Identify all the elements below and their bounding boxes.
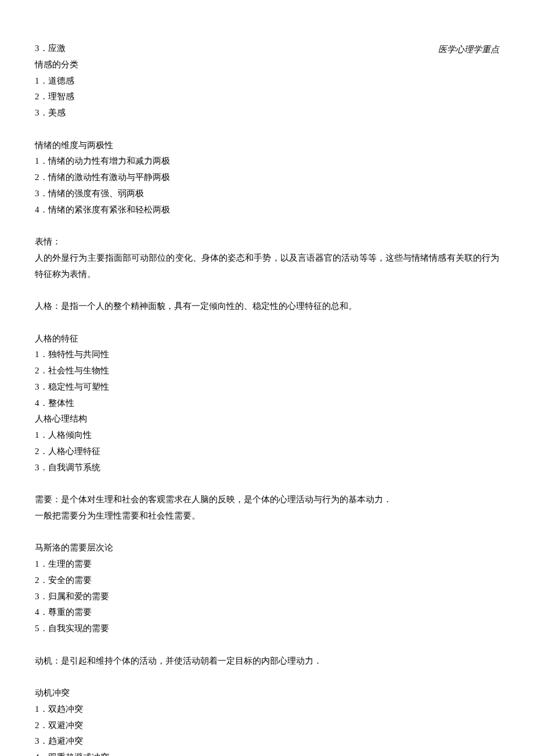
list-item: 3．归属和爱的需要 <box>35 589 499 605</box>
paragraph: 一般把需要分为生理性需要和社会性需要。 <box>35 508 499 524</box>
section-title: 情绪的维度与两极性 <box>35 138 499 154</box>
list-item: 1．双趋冲突 <box>35 701 499 718</box>
list-item: 2．安全的需要 <box>35 573 499 589</box>
section-title: 人格的特征 <box>35 331 499 347</box>
list-item: 2．社会性与生物性 <box>35 363 499 379</box>
list-item: 3．情绪的强度有强、弱两极 <box>35 186 499 202</box>
section-title: 动机冲突 <box>35 685 499 701</box>
list-item: 3．趋避冲突 <box>35 733 499 750</box>
list-item: 4．情绪的紧张度有紧张和轻松两极 <box>35 202 499 218</box>
list-item: 1．情绪的动力性有增力和减力两极 <box>35 153 499 170</box>
section-title: 人格心理结构 <box>35 411 499 427</box>
section-title: 表情： <box>35 234 499 250</box>
section-title: 情感的分类 <box>35 57 499 73</box>
paragraph: 动机：是引起和维持个体的活动，并使活动朝着一定目标的内部心理动力． <box>35 653 499 669</box>
list-item: 2．双避冲突 <box>35 718 499 734</box>
list-item: 2．理智感 <box>35 89 499 105</box>
list-item: 3．美感 <box>35 105 499 121</box>
paragraph: 人格：是指一个人的整个精神面貌，具有一定倾向性的、稳定性的心理特征的总和。 <box>35 298 499 315</box>
list-item: 3．自我调节系统 <box>35 460 499 476</box>
section-title: 马斯洛的需要层次论 <box>35 540 499 556</box>
list-item: 4．整体性 <box>35 395 499 412</box>
page-header: 医学心理学重点 <box>438 42 499 58</box>
list-item: 5．自我实现的需要 <box>35 621 499 637</box>
list-item: 1．生理的需要 <box>35 556 499 573</box>
list-item: 2．人格心理特征 <box>35 444 499 460</box>
document-body: 3．应激 情感的分类 1．道德感 2．理智感 3．美感 情绪的维度与两极性 1．… <box>35 41 499 756</box>
paragraph: 需要：是个体对生理和社会的客观需求在人脑的反映，是个体的心理活动与行为的基本动力… <box>35 492 499 508</box>
list-item: 3．稳定性与可塑性 <box>35 379 499 395</box>
list-item: 1．人格倾向性 <box>35 427 499 444</box>
list-item: 4．尊重的需要 <box>35 604 499 621</box>
list-item: 4．双重趋避式冲突 <box>35 750 499 756</box>
text-line: 3．应激 <box>35 41 499 57</box>
list-item: 1．道德感 <box>35 73 499 89</box>
paragraph: 人的外显行为主要指面部可动部位的变化、身体的姿态和手势，以及言语器官的活动等等，… <box>35 250 499 283</box>
list-item: 2．情绪的激动性有激动与平静两极 <box>35 170 499 186</box>
list-item: 1．独特性与共同性 <box>35 347 499 363</box>
